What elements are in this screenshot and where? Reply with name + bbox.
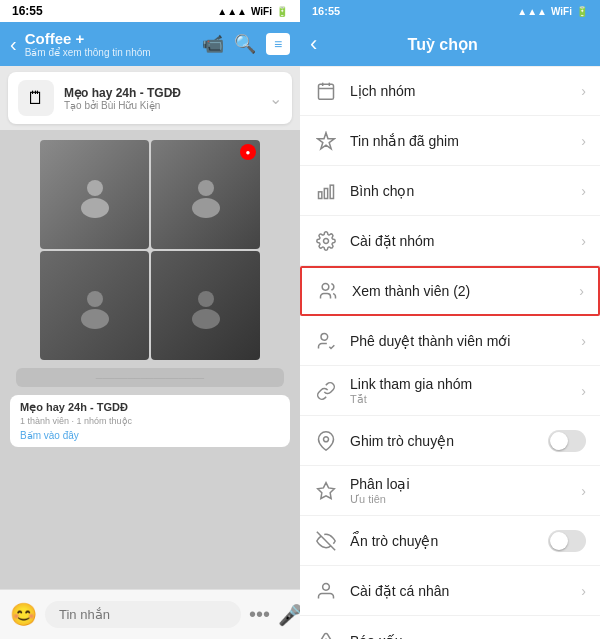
menu-item-phe-duyet-thanh-vien[interactable]: Phê duyệt thành viên mới› bbox=[300, 316, 600, 366]
an-tro-chuyen-right bbox=[548, 530, 586, 552]
tin-nhan-da-ghim-chevron-icon: › bbox=[581, 133, 586, 149]
left-status-icons: ▲▲▲ WiFi 🔋 bbox=[217, 6, 288, 17]
svg-point-3 bbox=[192, 198, 220, 218]
menu-item-cai-dat-ca-nhan[interactable]: Cài đặt cá nhân› bbox=[300, 566, 600, 616]
chat-image-2: ● bbox=[151, 140, 260, 249]
search-icon[interactable]: 🔍 bbox=[234, 33, 256, 55]
tin-nhan-da-ghim-icon bbox=[314, 129, 338, 153]
tin-nhan-da-ghim-right: › bbox=[581, 133, 586, 149]
an-tro-chuyen-toggle[interactable] bbox=[548, 530, 586, 552]
ghim-tro-chuyen-content: Ghim trò chuyện bbox=[350, 433, 536, 449]
an-tro-chuyen-label: Ẩn trò chuyện bbox=[350, 533, 536, 549]
menu-item-bao-xau[interactable]: Báo xấu bbox=[300, 616, 600, 639]
left-group-name: Coffee + bbox=[25, 30, 194, 47]
menu-item-cai-dat-nhom[interactable]: Cài đặt nhóm› bbox=[300, 216, 600, 266]
lich-nhom-label: Lịch nhóm bbox=[350, 83, 569, 99]
chat-images-grid: ● bbox=[40, 140, 260, 360]
link-tham-gia-label: Link tham gia nhóm bbox=[350, 376, 569, 392]
svg-point-6 bbox=[198, 291, 214, 307]
lich-nhom-right: › bbox=[581, 83, 586, 99]
an-tro-chuyen-icon bbox=[314, 529, 338, 553]
phan-loai-label: Phân loại bbox=[350, 476, 569, 492]
svg-point-21 bbox=[323, 583, 330, 590]
svg-point-4 bbox=[87, 291, 103, 307]
menu-item-an-tro-chuyen[interactable]: Ẩn trò chuyện bbox=[300, 516, 600, 566]
notif-title: Mẹo hay 24h - TGDĐ bbox=[64, 86, 259, 100]
svg-point-16 bbox=[322, 284, 329, 291]
left-group-sub: Bấm để xem thông tin nhóm bbox=[25, 47, 194, 58]
left-bottom-bar: 😊 ••• 🎤 🖼 bbox=[0, 589, 300, 639]
cai-dat-ca-nhan-right: › bbox=[581, 583, 586, 599]
notif-sub: Tạo bởi Bùi Hữu Kiện bbox=[64, 100, 259, 111]
xem-thanh-vien-right: › bbox=[579, 283, 584, 299]
left-header-icons: 📹 🔍 ≡ bbox=[202, 33, 290, 55]
svg-rect-8 bbox=[319, 84, 334, 99]
notif-chevron-icon: ⌄ bbox=[269, 89, 282, 108]
cai-dat-nhom-right: › bbox=[581, 233, 586, 249]
cai-dat-nhom-label: Cài đặt nhóm bbox=[350, 233, 569, 249]
menu-list: Lịch nhóm›Tin nhắn đã ghim›Bình chọn›Cài… bbox=[300, 66, 600, 639]
ghim-tro-chuyen-icon bbox=[314, 429, 338, 453]
an-tro-chuyen-content: Ẩn trò chuyện bbox=[350, 533, 536, 549]
menu-item-phan-loai[interactable]: Phân loạiƯu tiên› bbox=[300, 466, 600, 516]
svg-marker-19 bbox=[318, 482, 335, 498]
link-tham-gia-content: Link tham gia nhómTắt bbox=[350, 376, 569, 406]
message-input[interactable] bbox=[45, 601, 241, 628]
svg-rect-13 bbox=[324, 188, 327, 198]
chat-card-sub: 1 thành viên · 1 nhóm thuộc bbox=[20, 416, 280, 426]
chat-card-link[interactable]: Bấm vào đây bbox=[20, 430, 280, 441]
phan-loai-right: › bbox=[581, 483, 586, 499]
binh-chon-chevron-icon: › bbox=[581, 183, 586, 199]
left-back-button[interactable]: ‹ bbox=[10, 33, 17, 56]
phan-loai-chevron-icon: › bbox=[581, 483, 586, 499]
menu-item-link-tham-gia[interactable]: Link tham gia nhómTắt› bbox=[300, 366, 600, 416]
emoji-button[interactable]: 😊 bbox=[10, 602, 37, 628]
left-status-bar: 16:55 ▲▲▲ WiFi 🔋 bbox=[0, 0, 300, 22]
phe-duyet-thanh-vien-chevron-icon: › bbox=[581, 333, 586, 349]
chat-area: ● ───────────────── Mẹo hay 24h - TGDĐ 1… bbox=[0, 130, 300, 589]
video-call-icon[interactable]: 📹 bbox=[202, 33, 224, 55]
svg-point-5 bbox=[81, 309, 109, 329]
svg-point-15 bbox=[324, 238, 329, 243]
more-options-icon[interactable]: ••• bbox=[249, 603, 270, 626]
chat-card-title: Mẹo hay 24h - TGDĐ bbox=[20, 401, 280, 414]
xem-thanh-vien-icon bbox=[316, 279, 340, 303]
ghim-tro-chuyen-right bbox=[548, 430, 586, 452]
binh-chon-content: Bình chọn bbox=[350, 183, 569, 199]
notification-bar[interactable]: 🗒 Mẹo hay 24h - TGDĐ Tạo bởi Bùi Hữu Kiệ… bbox=[8, 72, 292, 124]
cai-dat-nhom-icon bbox=[314, 229, 338, 253]
binh-chon-icon bbox=[314, 179, 338, 203]
right-header-title: Tuỳ chọn bbox=[325, 35, 560, 54]
cai-dat-nhom-content: Cài đặt nhóm bbox=[350, 233, 569, 249]
menu-item-xem-thanh-vien[interactable]: Xem thành viên (2)› bbox=[300, 266, 600, 316]
svg-rect-12 bbox=[319, 191, 322, 198]
svg-rect-14 bbox=[330, 185, 333, 198]
link-tham-gia-right: › bbox=[581, 383, 586, 399]
menu-item-tin-nhan-da-ghim[interactable]: Tin nhắn đã ghim› bbox=[300, 116, 600, 166]
mic-icon[interactable]: 🎤 bbox=[278, 603, 300, 627]
menu-list-icon[interactable]: ≡ bbox=[266, 33, 290, 55]
bao-xau-label: Báo xấu bbox=[350, 633, 574, 640]
ghim-tro-chuyen-toggle[interactable] bbox=[548, 430, 586, 452]
link-tham-gia-sub: Tắt bbox=[350, 393, 569, 406]
menu-item-lich-nhom[interactable]: Lịch nhóm› bbox=[300, 66, 600, 116]
menu-item-binh-chon[interactable]: Bình chọn› bbox=[300, 166, 600, 216]
chat-bubble: ───────────────── bbox=[16, 368, 284, 387]
cai-dat-ca-nhan-label: Cài đặt cá nhân bbox=[350, 583, 569, 599]
svg-point-2 bbox=[198, 180, 214, 196]
record-badge: ● bbox=[240, 144, 256, 160]
left-panel: 16:55 ▲▲▲ WiFi 🔋 ‹ Coffee + Bấm để xem t… bbox=[0, 0, 300, 639]
right-time: 16:55 bbox=[312, 5, 340, 17]
xem-thanh-vien-chevron-icon: › bbox=[579, 283, 584, 299]
chat-message-card: Mẹo hay 24h - TGDĐ 1 thành viên · 1 nhóm… bbox=[10, 395, 290, 447]
svg-point-17 bbox=[321, 333, 328, 340]
menu-item-ghim-tro-chuyen[interactable]: Ghim trò chuyện bbox=[300, 416, 600, 466]
right-header: ‹ Tuỳ chọn bbox=[300, 22, 600, 66]
tin-nhan-da-ghim-content: Tin nhắn đã ghim bbox=[350, 133, 569, 149]
right-back-button[interactable]: ‹ bbox=[310, 31, 317, 57]
left-header-title-container: Coffee + Bấm để xem thông tin nhóm bbox=[25, 30, 194, 58]
link-tham-gia-icon bbox=[314, 379, 338, 403]
phan-loai-sub: Ưu tiên bbox=[350, 493, 569, 506]
cai-dat-nhom-chevron-icon: › bbox=[581, 233, 586, 249]
chat-image-4 bbox=[151, 251, 260, 360]
